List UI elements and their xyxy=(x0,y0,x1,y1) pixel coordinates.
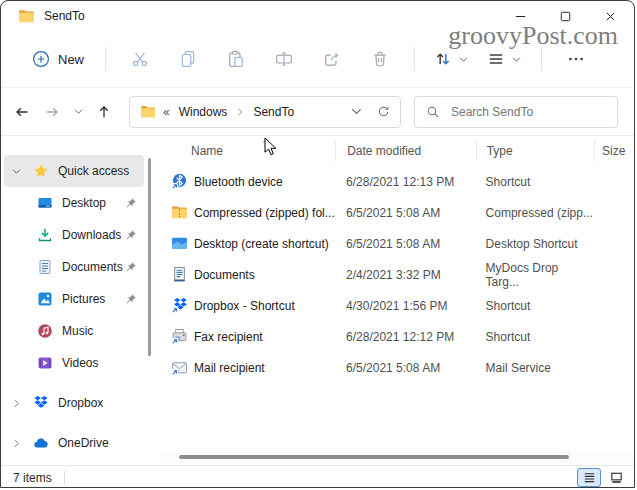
navigation-bar: « WindowsSendTo xyxy=(1,88,634,136)
arrow-right-icon xyxy=(44,104,60,120)
file-date-modified: 6/5/2021 5:08 AM xyxy=(335,228,476,259)
view-list-icon xyxy=(487,50,505,68)
file-date-modified: 6/5/2021 5:08 AM xyxy=(335,197,476,228)
pin-icon[interactable] xyxy=(125,197,137,209)
window-title: SendTo xyxy=(44,9,85,23)
horizontal-scrollbar-thumb[interactable] xyxy=(179,455,569,459)
sidebar-item-label: Desktop xyxy=(62,196,106,210)
details-view-button[interactable] xyxy=(577,468,601,487)
minimize-button[interactable] xyxy=(498,2,543,30)
sidebar-item-dropbox[interactable]: Dropbox xyxy=(4,387,144,419)
forward-button[interactable] xyxy=(37,97,67,127)
fax-icon xyxy=(171,328,188,345)
arrow-left-icon xyxy=(14,104,30,120)
zip-folder-icon xyxy=(171,204,188,221)
toolbar-divider xyxy=(541,47,542,71)
sidebar-item-onedrive[interactable]: OneDrive xyxy=(4,427,144,459)
pin-icon[interactable] xyxy=(125,229,137,241)
rename-icon xyxy=(275,50,293,68)
content-area: Quick accessDesktopDownloadsDocumentsPic… xyxy=(1,136,634,465)
file-size xyxy=(594,321,634,352)
file-name: Fax recipient xyxy=(194,330,263,344)
sidebar-item-quick-access[interactable]: Quick access xyxy=(4,155,144,187)
file-name: Documents xyxy=(194,268,255,282)
file-list: Bluetooth device6/28/2021 12:13 PMShortc… xyxy=(161,166,634,383)
file-row[interactable]: Compressed (zipped) fol...6/5/2021 5:08 … xyxy=(161,197,634,228)
file-row[interactable]: Dropbox - Shortcut4/30/2021 1:56 PMShort… xyxy=(161,290,634,321)
column-header-size[interactable]: Size xyxy=(594,136,634,166)
file-size xyxy=(594,290,634,321)
sidebar-item-desktop[interactable]: Desktop xyxy=(4,187,144,219)
onedrive-icon xyxy=(33,435,49,451)
column-header-date-modified[interactable]: Date modified xyxy=(335,136,475,166)
file-size xyxy=(594,259,634,290)
sort-icon xyxy=(434,50,452,68)
breadcrumb-item[interactable]: Windows xyxy=(177,105,230,119)
view-toggle-buttons xyxy=(577,468,629,487)
sort-button[interactable] xyxy=(425,41,478,77)
column-header-name[interactable]: Name xyxy=(161,136,335,166)
file-explorer-window: SendTo groovyPost.com New « WindowsSendT… xyxy=(0,0,635,488)
file-row[interactable]: Mail recipient6/5/2021 5:08 AMMail Servi… xyxy=(161,352,634,383)
address-bar-actions xyxy=(350,105,390,118)
new-button[interactable]: New xyxy=(21,41,95,77)
file-name: Bluetooth device xyxy=(194,175,283,189)
recent-locations-button[interactable] xyxy=(67,97,89,127)
chevron-down-small-icon[interactable] xyxy=(11,166,22,177)
pin-icon[interactable] xyxy=(125,261,137,273)
mail-icon xyxy=(171,359,188,376)
share-button[interactable] xyxy=(309,41,355,77)
breadcrumb-overflow[interactable]: « xyxy=(163,105,170,119)
close-button[interactable] xyxy=(588,2,633,30)
chevron-right-small-icon[interactable] xyxy=(11,398,22,409)
refresh-icon[interactable] xyxy=(377,105,390,118)
search-input[interactable] xyxy=(451,105,606,119)
chevron-right-small-icon[interactable] xyxy=(11,438,22,449)
sidebar-item-downloads[interactable]: Downloads xyxy=(4,219,144,251)
horizontal-scrollbar[interactable] xyxy=(161,451,634,463)
up-button[interactable] xyxy=(89,97,119,127)
file-row[interactable]: Fax recipient6/28/2021 12:12 PMShortcut xyxy=(161,321,634,352)
paste-button[interactable] xyxy=(213,41,259,77)
chevron-down-icon xyxy=(511,54,522,65)
column-header-type[interactable]: Type xyxy=(476,136,594,166)
file-size xyxy=(594,352,634,383)
column-header-label: Type xyxy=(476,141,594,161)
breadcrumb-item[interactable]: SendTo xyxy=(251,105,296,119)
cut-button[interactable] xyxy=(117,41,163,77)
icons-view-button[interactable] xyxy=(604,468,628,487)
more-options-button[interactable] xyxy=(553,41,599,77)
status-bar: 7 items xyxy=(1,465,634,488)
search-icon xyxy=(426,105,440,119)
file-name: Compressed (zipped) fol... xyxy=(194,206,335,220)
address-bar[interactable]: « WindowsSendTo xyxy=(129,96,401,128)
sidebar-item-label: Quick access xyxy=(58,164,129,178)
file-row[interactable]: Desktop (create shortcut)6/5/2021 5:08 A… xyxy=(161,228,634,259)
sidebar-item-pictures[interactable]: Pictures xyxy=(4,283,144,315)
rename-button[interactable] xyxy=(261,41,307,77)
toolbar-button-label: New xyxy=(58,52,84,67)
sidebar-item-music[interactable]: Music xyxy=(4,315,144,347)
file-row[interactable]: Documents2/4/2021 3:32 PMMyDocs Drop Tar… xyxy=(161,259,634,290)
sidebar-item-label: OneDrive xyxy=(58,436,109,450)
maximize-icon xyxy=(558,9,573,24)
pin-icon[interactable] xyxy=(125,293,137,305)
documents-icon xyxy=(37,259,53,275)
delete-button[interactable] xyxy=(357,41,403,77)
chevron-down-icon[interactable] xyxy=(350,105,363,118)
file-type: Shortcut xyxy=(476,290,594,321)
copy-button[interactable] xyxy=(165,41,211,77)
sidebar-item-videos[interactable]: Videos xyxy=(4,347,144,379)
sidebar-item-label: Dropbox xyxy=(58,396,103,410)
sidebar-item-documents[interactable]: Documents xyxy=(4,251,144,283)
search-box[interactable] xyxy=(414,96,618,128)
maximize-button[interactable] xyxy=(543,2,588,30)
file-type: Desktop Shortcut xyxy=(476,228,594,259)
file-row[interactable]: Bluetooth device6/28/2021 12:13 PMShortc… xyxy=(161,166,634,197)
sidebar-item-label: Pictures xyxy=(62,292,105,306)
view-button[interactable] xyxy=(478,41,531,77)
file-date-modified: 4/30/2021 1:56 PM xyxy=(335,290,476,321)
sidebar-scrollbar[interactable] xyxy=(148,158,151,356)
back-button[interactable] xyxy=(7,97,37,127)
music-icon xyxy=(37,323,53,339)
